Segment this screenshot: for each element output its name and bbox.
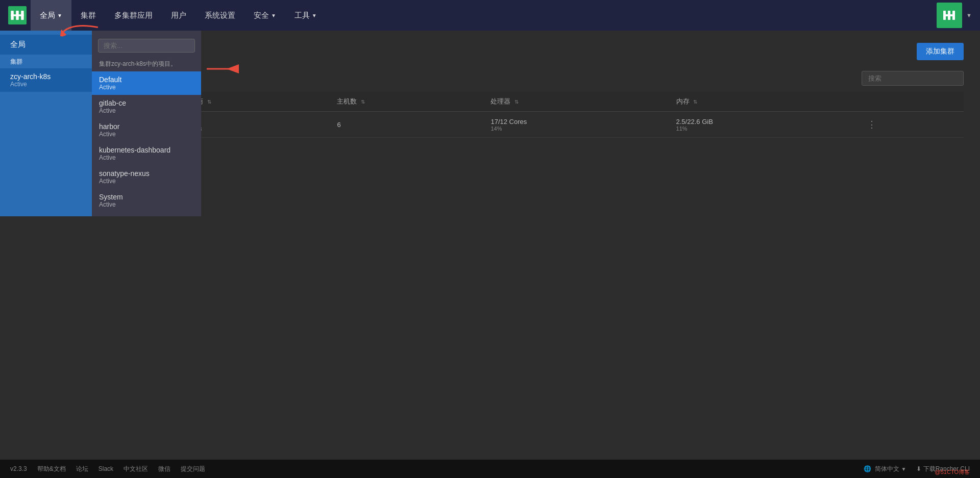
row-hostcount-cell: 6: [331, 112, 484, 138]
rancher-menu-button[interactable]: [937, 3, 962, 28]
host-count-value: 6: [337, 121, 340, 129]
caret-down-tools-icon: ▼: [312, 13, 317, 18]
th-actions: [858, 92, 964, 112]
global-dropdown: 全局 集群 zcy-arch-k8s Active 集群zcy-arch-k8s…: [0, 31, 201, 216]
row-processor-cell: 17/12 Cores 14%: [484, 112, 670, 138]
link-language[interactable]: 🌐 简体中文 ▼: [864, 465, 906, 473]
nav-cluster[interactable]: 集群: [71, 0, 105, 31]
th-host-count[interactable]: 主机数 ⇅: [331, 92, 484, 112]
search-area: [862, 71, 964, 86]
ns-name-label: sonatype-nexus: [99, 169, 194, 178]
processor-main: 17/12 Cores: [491, 118, 664, 125]
ns-item-gitlab[interactable]: gitlab-ce Active: [92, 95, 201, 118]
link-help[interactable]: 帮助&文档: [37, 465, 66, 473]
nav-security[interactable]: 安全 ▼: [244, 0, 285, 31]
ns-name-label: System: [99, 193, 194, 201]
memory-main: 2.5/22.6 GiB: [676, 118, 852, 125]
nav-items: 全局 ▼ 集群 多集群应用 用户 系统设置 安全 ▼ 工具 ▼: [31, 0, 326, 31]
bottom-bar: v2.3.3 帮助&文档 论坛 Slack 中文社区 微信 提交问题 🌐 简体中…: [0, 460, 980, 478]
link-slack[interactable]: Slack: [99, 465, 113, 472]
search-input[interactable]: [862, 71, 964, 86]
ns-item-k8s-dashboard[interactable]: kubernetes-dashboard Active: [92, 142, 201, 165]
ns-search-input[interactable]: [98, 39, 195, 53]
sort-memory-icon: ⇅: [693, 99, 697, 105]
ns-status-label: Active: [99, 107, 194, 114]
svg-rect-4: [11, 14, 23, 16]
namespace-panel: 集群zcy-arch-k8s中的项目。 Default Active gitla…: [92, 31, 201, 216]
bottom-bar-left: v2.3.3 帮助&文档 论坛 Slack 中文社区 微信 提交问题: [10, 465, 205, 473]
ns-status-label: Active: [99, 201, 194, 208]
link-report-issue[interactable]: 提交问题: [181, 465, 205, 473]
th-memory[interactable]: 内存 ⇅: [670, 92, 859, 112]
link-chinese-community[interactable]: 中文社区: [124, 465, 148, 473]
sort-hostcount-icon: ⇅: [361, 99, 365, 105]
ns-name-label: Default: [99, 76, 194, 84]
ns-item-harbor[interactable]: harbor Active: [92, 118, 201, 142]
global-panel: 全局 集群 zcy-arch-k8s Active: [0, 31, 92, 216]
ns-name-label: kubernetes-dashboard: [99, 146, 194, 154]
link-wechat[interactable]: 微信: [158, 465, 170, 473]
cluster-section-label: 集群: [0, 55, 92, 68]
supplier-version: v1.16.3: [183, 126, 325, 132]
svg-rect-8: [943, 14, 955, 16]
memory-sub: 11%: [676, 125, 852, 132]
caret-down-security-icon: ▼: [271, 13, 276, 18]
global-panel-global-item[interactable]: 全局: [0, 35, 92, 55]
row-memory-cell: 2.5/22.6 GiB 11%: [670, 112, 859, 138]
ns-search-area: [92, 35, 201, 57]
ns-name-label: gitlab-ce: [99, 99, 194, 107]
nav-settings[interactable]: 系统设置: [195, 0, 244, 31]
ns-hint: 集群zcy-arch-k8s中的项目。: [92, 57, 201, 71]
ns-item-nexus[interactable]: sonatype-nexus Active: [92, 165, 201, 189]
ns-status-label: Active: [99, 84, 194, 91]
user-menu-caret-icon[interactable]: ▼: [966, 12, 972, 18]
th-processor[interactable]: 处理器 ⇅: [484, 92, 670, 112]
watermark: @51CTO博客: [935, 468, 970, 476]
row-action-cell: ⋮: [858, 112, 964, 138]
nav-multiapp[interactable]: 多集群应用: [105, 0, 162, 31]
ns-item-system[interactable]: System Active: [92, 189, 201, 212]
nav-tools[interactable]: 工具 ▼: [285, 0, 326, 31]
globe-icon: 🌐: [864, 465, 871, 472]
ns-status-label: Active: [99, 154, 194, 161]
sort-processor-icon: ⇅: [514, 99, 519, 105]
ns-name-label: harbor: [99, 122, 194, 131]
download-icon: ⬇: [916, 465, 921, 472]
caret-down-icon: ▼: [57, 13, 62, 18]
processor-sub: 14%: [491, 125, 664, 132]
row-action-button[interactable]: ⋮: [864, 118, 879, 131]
logo-area[interactable]: [8, 6, 27, 24]
ns-status-label: Active: [99, 178, 194, 185]
ns-status-label: Active: [99, 131, 194, 138]
cluster-list-item-zcy[interactable]: zcy-arch-k8s Active: [0, 68, 92, 92]
nav-right: ▼: [937, 3, 972, 28]
add-cluster-button[interactable]: 添加集群: [917, 43, 964, 60]
ns-item-default[interactable]: Default Active: [92, 71, 201, 95]
sort-supplier-icon: ⇅: [207, 99, 211, 105]
nav-global[interactable]: 全局 ▼: [31, 0, 71, 31]
cluster-status-label: Active: [10, 81, 82, 88]
version-label: v2.3.3: [10, 465, 27, 472]
link-forum[interactable]: 论坛: [76, 465, 88, 473]
supplier-label: 导入: [183, 117, 325, 126]
lang-caret-icon: ▼: [901, 466, 906, 472]
nav-users[interactable]: 用户: [162, 0, 195, 31]
top-navigation: 全局 ▼ 集群 多集群应用 用户 系统设置 安全 ▼ 工具 ▼: [0, 0, 980, 31]
cluster-name-label: zcy-arch-k8s: [10, 72, 82, 81]
